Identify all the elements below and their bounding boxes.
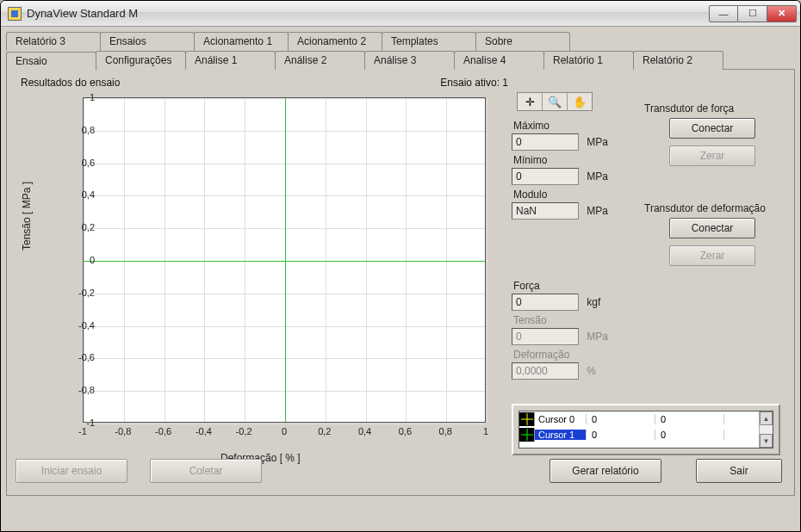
tab-templates[interactable]: Templates — [382, 32, 476, 51]
label-transdutor-deformacao: Transdutor de deformação — [644, 202, 782, 214]
value-tensao: 0 — [512, 328, 579, 345]
value-deformacao: 0,0000 — [512, 362, 579, 380]
readouts-bottom: Força 0 kgf Tensão 0 MPa Deformação 0,00… — [512, 276, 632, 380]
tab-ensaios[interactable]: Ensaios — [100, 32, 195, 51]
cursor-list[interactable]: Cursor 0 0 0 Cursor 1 0 0 ▲ — [518, 411, 773, 448]
action-row: Iniciar ensaio Coletar Gerar relatório S… — [16, 455, 782, 486]
label-forca: Força — [513, 280, 632, 292]
y-tick: 1 — [60, 92, 95, 102]
generate-report-button[interactable]: Gerar relatório — [550, 459, 661, 483]
tab-configuracoes[interactable]: Configurações — [96, 51, 186, 70]
y-tick: 0,2 — [60, 222, 95, 232]
cursor-name: Cursor 1 — [535, 430, 587, 440]
cursor-y: 0 — [655, 414, 724, 424]
tab-ensaio[interactable]: Ensaio — [6, 52, 96, 71]
client-area: Relatório 3 Ensaios Acionamento 1 Aciona… — [1, 27, 800, 531]
value-modulo[interactable]: NaN — [512, 202, 579, 220]
scroll-up-icon[interactable]: ▲ — [760, 411, 773, 425]
maximize-button[interactable]: ☐ — [738, 5, 767, 22]
value-minimo[interactable]: 0 — [512, 168, 579, 185]
y-tick: -0,4 — [60, 320, 95, 331]
cursor-x: 0 — [587, 430, 655, 440]
unit-maximo: MPa — [587, 136, 608, 148]
label-minimo: Mínimo — [513, 154, 632, 166]
y-tick: 0,6 — [60, 158, 95, 168]
cursor-row-1[interactable]: Cursor 1 0 0 — [519, 427, 773, 442]
unit-deformacao: % — [587, 365, 596, 377]
x-tick: -0,2 — [227, 426, 261, 436]
zero-forca-button[interactable]: Zerar — [669, 145, 755, 166]
minimize-button[interactable]: — — [709, 5, 738, 22]
cursor-panel: Cursor 0 0 0 Cursor 1 0 0 ▲ — [512, 404, 780, 455]
collect-button[interactable]: Coletar — [150, 459, 262, 483]
tab-relatorio1[interactable]: Relatório 1 — [543, 51, 634, 70]
cursor-scrollbar[interactable]: ▲ ▼ — [759, 411, 773, 448]
tab-acionamento2[interactable]: Acionamento 2 — [288, 32, 382, 51]
x-tick: 0,8 — [428, 426, 463, 436]
unit-tensao: MPa — [587, 331, 608, 343]
label-tensao: Tensão — [513, 314, 632, 326]
chart-title: Resultados do ensaio — [21, 77, 400, 89]
exit-button[interactable]: Sair — [696, 459, 782, 483]
x-tick: -0,6 — [146, 426, 181, 436]
app-window: DynaView Standard M — ☐ ✕ Relatório 3 En… — [0, 0, 801, 532]
cursor-row-0[interactable]: Cursor 0 0 0 — [519, 411, 773, 427]
close-button[interactable]: ✕ — [767, 5, 797, 22]
active-test-label: Ensaio ativo: 1 — [440, 77, 508, 89]
tab-relatorio2[interactable]: Relatório 2 — [633, 51, 723, 70]
x-tick: 0,6 — [388, 426, 422, 436]
y-tick: -0,8 — [60, 385, 95, 395]
y-tick: -1 — [60, 418, 95, 428]
zoom-icon[interactable]: 🔍 — [543, 93, 568, 110]
axis-x — [84, 261, 485, 262]
cursor-y: 0 — [655, 430, 724, 440]
cursor-x: 0 — [587, 414, 655, 424]
y-tick: 0,8 — [60, 125, 95, 135]
tab-row-1: Relatório 3 Ensaios Acionamento 1 Aciona… — [6, 32, 795, 51]
x-tick: 0 — [267, 426, 301, 436]
value-maximo[interactable]: 0 — [512, 133, 579, 151]
y-tick: -0,2 — [60, 288, 95, 298]
unit-modulo: MPa — [587, 205, 608, 217]
value-forca[interactable]: 0 — [512, 294, 579, 311]
plot[interactable] — [83, 97, 486, 423]
label-transdutor-forca: Transdutor de força — [644, 102, 782, 114]
connect-forca-button[interactable]: Conectar — [669, 118, 755, 139]
crosshair-icon[interactable]: ✛ — [518, 93, 543, 110]
start-test-button[interactable]: Iniciar ensaio — [16, 459, 127, 483]
x-tick: -0,4 — [186, 426, 220, 436]
x-tick: 0,4 — [348, 426, 382, 436]
tab-row-2: Ensaio Configurações Análise 1 Análise 2… — [6, 51, 795, 70]
y-tick: 0,4 — [60, 189, 95, 200]
label-modulo: Modulo — [513, 189, 632, 201]
tab-acionamento1[interactable]: Acionamento 1 — [194, 32, 289, 51]
window-title: DynaView Standard M — [27, 7, 709, 20]
cursor-swatch-icon — [519, 412, 535, 426]
titlebar[interactable]: DynaView Standard M — ☐ ✕ — [1, 1, 800, 27]
tab-sobre[interactable]: Sobre — [475, 32, 570, 51]
tab-relatorio3[interactable]: Relatório 3 — [6, 32, 101, 51]
tab-analise1[interactable]: Análise 1 — [185, 51, 276, 70]
app-icon — [8, 7, 22, 21]
unit-forca: kgf — [587, 296, 600, 308]
zero-deformacao-button[interactable]: Zerar — [669, 245, 755, 266]
x-tick: 0,2 — [307, 426, 342, 436]
tab-analise2[interactable]: Análise 2 — [275, 51, 365, 70]
graph-toolbar: ✛ 🔍 ✋ — [517, 92, 593, 111]
cursor-name: Cursor 0 — [535, 414, 587, 424]
y-tick: 0 — [60, 255, 95, 265]
readouts-top: Máximo 0 MPa Mínimo 0 MPa Modulo NaN MPa — [512, 116, 632, 220]
y-axis-label: Tensão [ MPa ] — [21, 182, 33, 251]
connect-deformacao-button[interactable]: Conectar — [669, 218, 755, 238]
x-tick: 1 — [469, 426, 503, 436]
tab-content: Resultados do ensaio Ensaio ativo: 1 Ten… — [6, 69, 795, 496]
tab-analise3[interactable]: Análise 3 — [364, 51, 455, 70]
pan-icon[interactable]: ✋ — [568, 93, 592, 110]
transducer-panel: Transdutor de força Conectar Zerar Trans… — [643, 99, 782, 273]
x-tick: -0,8 — [106, 426, 140, 436]
scroll-down-icon[interactable]: ▼ — [760, 434, 773, 448]
chart-area: Tensão [ MPa ] Deformação [ % ] -1-0,8-0… — [22, 92, 501, 462]
axis-y — [285, 98, 286, 422]
tab-analise4[interactable]: Analise 4 — [454, 51, 544, 70]
y-tick: -0,6 — [60, 352, 95, 362]
